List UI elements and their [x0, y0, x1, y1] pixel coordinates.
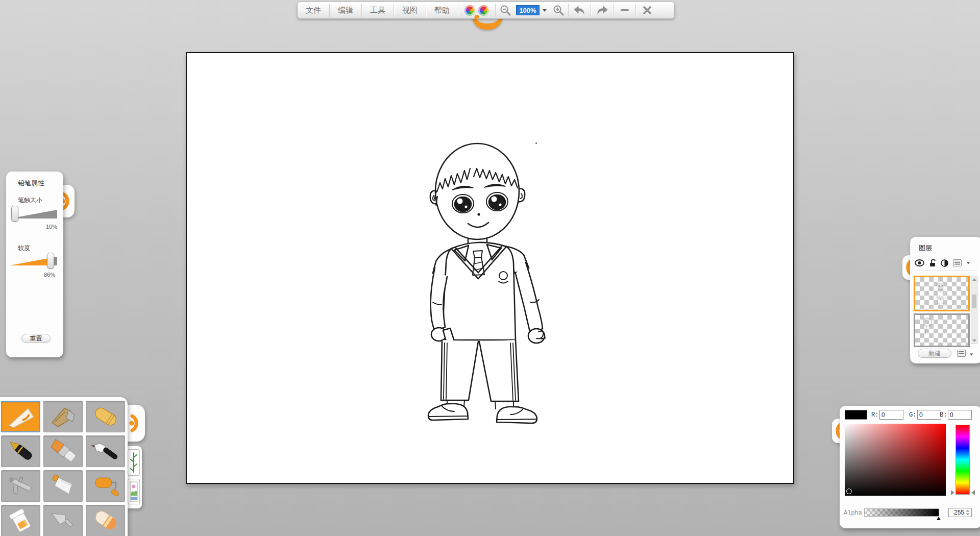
zoom-level-display[interactable]: 100% — [516, 5, 540, 15]
boy-drawing — [421, 139, 558, 440]
crayon-tool-icon — [90, 404, 121, 429]
palette-knife-tool-icon — [48, 508, 79, 533]
softness-slider[interactable] — [10, 252, 57, 270]
brush-size-label: 笔触大小 — [18, 196, 42, 205]
spinner-down-icon[interactable] — [966, 514, 969, 516]
close-button[interactable] — [636, 2, 658, 18]
tool-eraser[interactable] — [86, 505, 125, 536]
fountain-pen-tool-icon — [6, 439, 36, 464]
blue-input[interactable] — [948, 410, 972, 420]
softness-value: 86% — [44, 272, 55, 278]
reset-button[interactable]: 重置 — [21, 334, 51, 343]
saturation-value-gradient[interactable] — [845, 424, 946, 496]
tool-paint-jar[interactable] — [1, 505, 40, 536]
clown-nose-icon — [475, 15, 479, 19]
tool-grid — [1, 401, 125, 536]
paint-jar-tool-icon — [6, 508, 36, 533]
layer-lock-icon[interactable] — [929, 259, 936, 267]
minimize-button[interactable] — [614, 2, 635, 18]
scrollbar-thumb[interactable] — [972, 295, 976, 308]
eraser-tool-icon — [90, 508, 121, 533]
paint-tube-tool-icon — [48, 474, 79, 498]
undo-button[interactable] — [569, 2, 591, 18]
tool-crayon[interactable] — [86, 401, 125, 432]
menu-view[interactable]: 视图 — [394, 2, 426, 18]
tool-pencil[interactable] — [1, 401, 40, 432]
chevron-down-icon[interactable] — [970, 354, 973, 356]
layer-toolbar — [915, 258, 970, 267]
softness-handle[interactable] — [47, 253, 54, 269]
new-layer-button[interactable]: 新建 — [918, 349, 951, 358]
spinner-up-icon[interactable] — [966, 510, 969, 512]
paint-roller-tool-icon — [90, 474, 121, 498]
airbrush-tool-icon — [6, 474, 36, 498]
tool-fountain-pen[interactable] — [1, 435, 40, 467]
alpha-label: Alpha — [844, 509, 862, 517]
brush-size-slider[interactable] — [10, 205, 57, 223]
chevron-down-icon — [543, 9, 547, 12]
picture-category-button[interactable] — [128, 479, 140, 504]
tool-paint-tube[interactable] — [43, 470, 83, 502]
tool-wood-pencil[interactable] — [43, 401, 83, 432]
tool-palette-knife[interactable] — [43, 505, 83, 536]
chevron-down-icon[interactable] — [967, 262, 970, 264]
alpha-slider[interactable] — [864, 508, 939, 517]
layer-contrast-icon[interactable] — [941, 259, 948, 267]
tool-palette-panel — [0, 397, 128, 536]
layer-menu-button[interactable] — [957, 350, 966, 357]
layer-thumbnail-1[interactable] — [914, 276, 970, 311]
softness-label: 软度 — [18, 244, 30, 253]
tool-chinese-brush[interactable] — [86, 435, 125, 467]
clown-left-eye-icon — [464, 5, 475, 16]
softness-fill — [10, 257, 51, 265]
hue-marker-left-icon[interactable] — [951, 490, 954, 495]
color-cursor[interactable] — [846, 489, 852, 494]
tool-palette-handle[interactable] — [125, 405, 145, 442]
hue-marker-right-icon[interactable] — [971, 490, 975, 495]
brush-size-handle[interactable] — [11, 206, 18, 222]
zoom-level-dropdown[interactable] — [541, 2, 549, 18]
alpha-spinner — [948, 508, 972, 517]
arrow-down-icon — [972, 339, 976, 342]
tool-airbrush[interactable] — [1, 470, 40, 502]
pencil-panel-title: 铅笔属性 — [18, 179, 44, 188]
menu-help[interactable]: 帮助 — [426, 2, 458, 18]
green-label: G: — [909, 411, 916, 419]
minimize-icon — [621, 9, 629, 11]
clown-face-button[interactable] — [458, 2, 495, 18]
ear-icon — [129, 413, 141, 433]
menu-tools[interactable]: 工具 — [362, 2, 394, 18]
alpha-marker-icon[interactable] — [937, 517, 941, 520]
layers-panel-title: 图层 — [919, 243, 932, 253]
redo-icon — [595, 4, 609, 16]
green-input[interactable] — [917, 410, 941, 420]
tool-paint-roller[interactable] — [86, 470, 125, 502]
tool-flat-brush[interactable] — [43, 435, 83, 467]
layer-blend-list-button[interactable] — [953, 259, 962, 266]
menu-edit[interactable]: 编辑 — [330, 2, 361, 18]
redo-button[interactable] — [591, 2, 613, 18]
layer-2-preview — [919, 316, 940, 338]
zoom-in-button[interactable] — [549, 2, 568, 18]
scroll-down-button[interactable] — [971, 337, 977, 344]
layer-visibility-eye-icon[interactable] — [915, 259, 924, 266]
bamboo-category-button[interactable] — [128, 449, 140, 476]
drawing-canvas[interactable] — [186, 52, 794, 484]
zoom-out-button[interactable] — [496, 2, 515, 18]
bamboo-icon — [130, 452, 137, 473]
layer-thumbnail-2[interactable] — [914, 313, 970, 347]
clown-right-eye-icon — [478, 5, 489, 16]
blue-label: B: — [940, 411, 947, 419]
divider — [914, 271, 977, 271]
main-toolbar: 文件 编辑 工具 视图 帮助 100% — [297, 2, 675, 19]
menu-file[interactable]: 文件 — [298, 2, 329, 18]
red-input[interactable] — [879, 410, 903, 420]
color-picker-panel: R: G: B: Alpha — [840, 406, 980, 528]
layers-scrollbar[interactable] — [971, 276, 977, 344]
hue-bar[interactable] — [955, 425, 970, 495]
alpha-input[interactable] — [949, 509, 964, 516]
pencil-properties-panel: 铅笔属性 笔触大小 10% 软度 86% 重置 — [6, 172, 63, 357]
scroll-up-button[interactable] — [971, 276, 977, 282]
brush-size-value: 10% — [46, 224, 57, 230]
picture-icon — [130, 481, 138, 502]
